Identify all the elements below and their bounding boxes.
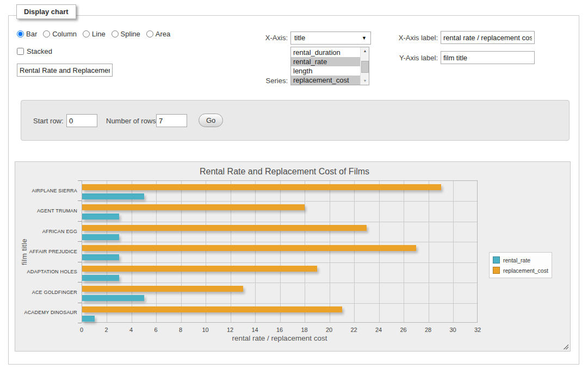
scroll-down-icon[interactable]: ▼ [361, 77, 369, 85]
x-tick-label: 4 [123, 327, 139, 333]
bar-replacement_cost-3 [82, 245, 416, 251]
bar-rental_rate-4 [82, 275, 119, 281]
x-tick-label: 12 [222, 327, 238, 333]
x-axis-label-input[interactable] [441, 31, 535, 44]
fieldset-legend: Display chart [16, 4, 76, 19]
gridline-vertical [330, 181, 330, 322]
scrollbar-thumb[interactable] [361, 61, 369, 73]
chart-type-radio-spline[interactable] [112, 30, 119, 37]
chart-title-input[interactable] [17, 64, 113, 77]
number-of-rows-input[interactable] [156, 114, 187, 127]
gridline-horizontal [82, 262, 477, 263]
legend-label: replacement_cost [503, 267, 548, 274]
chart-type-radio-line[interactable] [83, 30, 90, 37]
x-axis-select[interactable]: title ▼ [290, 32, 371, 45]
legend-item-replacement_cost: replacement_cost [493, 265, 548, 275]
go-button[interactable]: Go [199, 114, 223, 127]
x-tick-label: 22 [346, 327, 362, 333]
chart-panel: Rental Rate and Replacement Cost of Film… [15, 161, 571, 352]
y-axis-label-input[interactable] [441, 51, 535, 64]
x-axis-label-field-label: X-Axis label: [376, 34, 438, 42]
series-listbox[interactable]: rental_durationrental_ratelengthreplacem… [290, 47, 369, 85]
series-option-length[interactable]: length [291, 66, 360, 76]
bar-replacement_cost-1 [82, 204, 305, 210]
bar-replacement_cost-0 [82, 184, 441, 190]
gridline-horizontal [82, 242, 477, 242]
y-axis-tick [78, 241, 82, 242]
chart-legend: rental_ratereplacement_cost [489, 252, 552, 278]
x-tick-label: 0 [73, 327, 90, 333]
chart-type-radio-column[interactable] [43, 30, 50, 37]
bar-replacement_cost-4 [82, 266, 317, 272]
gridline-horizontal [82, 303, 477, 304]
gridline-vertical [231, 181, 231, 322]
scrollbar[interactable]: ▲ ▼ [360, 47, 369, 85]
x-tick-label: 32 [469, 327, 486, 333]
series-option-rental_duration[interactable]: rental_duration [291, 48, 360, 57]
legend-swatch-icon [493, 267, 500, 274]
x-tick-label: 28 [420, 327, 436, 333]
chart-type-label: Line [92, 30, 106, 38]
gridline-vertical [280, 181, 281, 322]
chart-type-option-line: Line [83, 30, 106, 38]
gridline-vertical [354, 181, 355, 322]
bar-replacement_cost-5 [82, 286, 243, 292]
bar-replacement_cost-6 [82, 306, 342, 312]
bar-rental_rate-0 [82, 193, 144, 199]
bar-rental_rate-3 [82, 254, 119, 260]
stacked-label: Stacked [27, 47, 52, 55]
chart-type-label: Spline [121, 30, 140, 38]
bar-rental_rate-5 [82, 295, 144, 301]
x-tick-label: 6 [148, 327, 164, 333]
x-tick-label: 24 [370, 327, 387, 333]
y-axis-tick [78, 323, 82, 323]
x-axis-select-label: X-Axis: [226, 34, 288, 42]
x-axis-select-value: title [294, 34, 305, 42]
x-tick-label: 14 [247, 327, 263, 333]
chart-type-radio-area[interactable] [146, 30, 153, 37]
scroll-up-icon[interactable]: ▲ [361, 47, 369, 55]
gridline-horizontal [82, 201, 477, 202]
series-option-replacement_cost[interactable]: replacement_cost [291, 76, 360, 85]
gridline-vertical [379, 181, 380, 322]
gridline-vertical [404, 181, 404, 322]
chart-type-option-area: Area [146, 30, 170, 38]
chart-type-radio-group: BarColumnLineSplineArea [17, 30, 176, 38]
y-axis-tick [78, 262, 82, 262]
chart-type-option-bar: Bar [17, 30, 37, 38]
x-tick-label: 8 [172, 327, 189, 333]
chart-title: Rental Rate and Replacement Cost of Film… [15, 167, 554, 177]
display-chart-fieldset: Display chart BarColumnLineSplineArea St… [8, 15, 579, 365]
gridline-vertical [453, 181, 454, 322]
x-axis-title: rental rate / replacement cost [82, 334, 478, 342]
start-row-label: Start row: [33, 117, 64, 125]
bar-replacement_cost-2 [82, 225, 367, 231]
stacked-checkbox[interactable] [17, 48, 24, 55]
chart-plot-area [82, 180, 478, 323]
y-axis-label-field-label: Y-Axis label: [376, 54, 438, 62]
legend-label: rental_rate [503, 257, 530, 264]
number-of-rows-label: Number of rows: [106, 117, 158, 125]
chart-type-radio-bar[interactable] [17, 30, 24, 37]
y-axis-tick [78, 200, 82, 201]
stacked-checkbox-row: Stacked [17, 47, 52, 55]
start-row-input[interactable] [66, 114, 97, 127]
chart-type-label: Area [156, 30, 170, 38]
gridline-vertical [305, 181, 305, 322]
bar-rental_rate-1 [82, 214, 119, 220]
series-option-rental_rate[interactable]: rental_rate [291, 57, 360, 66]
x-tick-label: 26 [395, 327, 412, 333]
y-axis-tick [78, 180, 82, 181]
legend-swatch-icon [493, 256, 500, 264]
resize-handle-icon[interactable] [562, 343, 568, 349]
chart-type-option-spline: Spline [112, 30, 140, 38]
row-range-panel: Start row: Number of rows: Go [21, 100, 570, 141]
chart-type-label: Column [52, 30, 77, 38]
gridline-vertical [181, 181, 182, 322]
gridline-horizontal [82, 283, 477, 283]
y-axis-tick [78, 303, 82, 303]
legend-item-rental_rate: rental_rate [493, 255, 548, 265]
gridline-vertical [255, 181, 256, 322]
gridline-horizontal [82, 222, 477, 222]
x-tick-label: 20 [321, 327, 337, 333]
